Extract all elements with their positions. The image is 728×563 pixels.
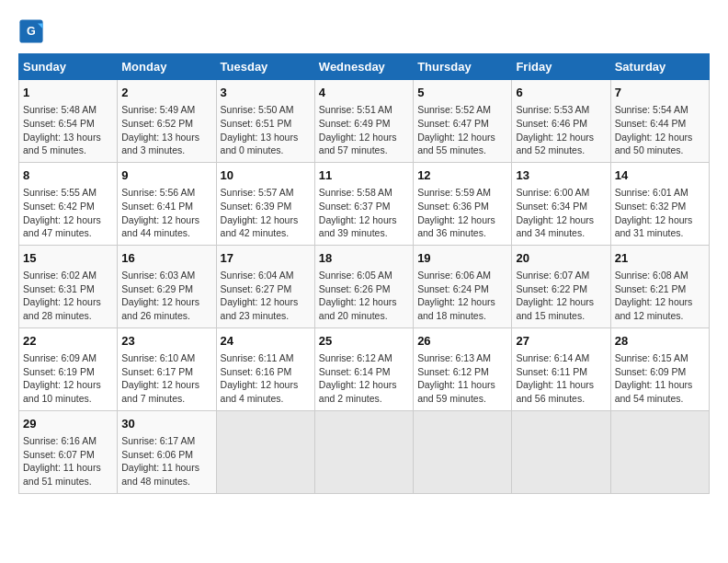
calendar-header: SundayMondayTuesdayWednesdayThursdayFrid… — [19, 54, 710, 80]
day-number: 22 — [23, 333, 113, 350]
day-number: 21 — [615, 250, 705, 267]
logo-icon: G — [18, 18, 44, 44]
week-row-2: 8 Sunrise: 5:55 AM Sunset: 6:42 PM Dayli… — [19, 162, 710, 245]
logo: G — [18, 18, 48, 44]
header-cell-saturday: Saturday — [610, 54, 709, 80]
day-cell: 25 Sunrise: 6:12 AM Sunset: 6:14 PM Dayl… — [314, 327, 413, 410]
day-cell: 21 Sunrise: 6:08 AM Sunset: 6:21 PM Dayl… — [610, 245, 709, 327]
day-content: Sunrise: 6:03 AM Sunset: 6:29 PM Dayligh… — [121, 269, 211, 323]
day-content: Sunrise: 6:05 AM Sunset: 6:26 PM Dayligh… — [319, 269, 409, 323]
day-number: 14 — [615, 167, 705, 184]
day-cell: 14 Sunrise: 6:01 AM Sunset: 6:32 PM Dayl… — [610, 162, 709, 245]
day-cell: 13 Sunrise: 6:00 AM Sunset: 6:34 PM Dayl… — [512, 162, 610, 245]
day-cell — [414, 410, 512, 493]
day-content: Sunrise: 6:15 AM Sunset: 6:09 PM Dayligh… — [615, 351, 705, 406]
day-number: 23 — [121, 333, 211, 350]
day-number: 24 — [221, 333, 311, 350]
day-number: 12 — [417, 167, 507, 184]
day-content: Sunrise: 6:17 AM Sunset: 6:06 PM Dayligh… — [121, 434, 211, 488]
week-row-5: 29 Sunrise: 6:16 AM Sunset: 6:07 PM Dayl… — [19, 410, 710, 493]
day-number: 8 — [23, 167, 113, 184]
day-cell: 2 Sunrise: 5:49 AM Sunset: 6:52 PM Dayli… — [118, 80, 216, 163]
day-content: Sunrise: 6:06 AM Sunset: 6:24 PM Dayligh… — [417, 269, 507, 323]
day-cell: 9 Sunrise: 5:56 AM Sunset: 6:41 PM Dayli… — [118, 162, 216, 245]
day-cell: 11 Sunrise: 5:58 AM Sunset: 6:37 PM Dayl… — [314, 162, 413, 245]
day-cell: 17 Sunrise: 6:04 AM Sunset: 6:27 PM Dayl… — [216, 245, 314, 327]
day-content: Sunrise: 5:59 AM Sunset: 6:36 PM Dayligh… — [417, 186, 507, 240]
day-number: 10 — [221, 167, 311, 184]
day-content: Sunrise: 5:58 AM Sunset: 6:37 PM Dayligh… — [319, 186, 409, 240]
day-content: Sunrise: 6:14 AM Sunset: 6:11 PM Dayligh… — [516, 351, 606, 406]
header-row: SundayMondayTuesdayWednesdayThursdayFrid… — [19, 54, 710, 80]
day-content: Sunrise: 5:50 AM Sunset: 6:51 PM Dayligh… — [221, 103, 311, 157]
day-cell: 15 Sunrise: 6:02 AM Sunset: 6:31 PM Dayl… — [19, 245, 118, 327]
week-row-3: 15 Sunrise: 6:02 AM Sunset: 6:31 PM Dayl… — [19, 245, 710, 327]
header-cell-thursday: Thursday — [414, 54, 512, 80]
week-row-1: 1 Sunrise: 5:48 AM Sunset: 6:54 PM Dayli… — [19, 80, 710, 163]
day-number: 1 — [23, 85, 113, 101]
day-content: Sunrise: 5:53 AM Sunset: 6:46 PM Dayligh… — [516, 103, 606, 157]
page-header: G — [18, 18, 710, 44]
header-cell-sunday: Sunday — [19, 54, 118, 80]
header-cell-monday: Monday — [118, 54, 216, 80]
day-cell: 24 Sunrise: 6:11 AM Sunset: 6:16 PM Dayl… — [216, 327, 314, 410]
day-cell: 6 Sunrise: 5:53 AM Sunset: 6:46 PM Dayli… — [512, 80, 610, 163]
day-cell: 4 Sunrise: 5:51 AM Sunset: 6:49 PM Dayli… — [314, 80, 413, 163]
day-cell: 26 Sunrise: 6:13 AM Sunset: 6:12 PM Dayl… — [414, 327, 512, 410]
day-cell: 12 Sunrise: 5:59 AM Sunset: 6:36 PM Dayl… — [414, 162, 512, 245]
day-content: Sunrise: 5:51 AM Sunset: 6:49 PM Dayligh… — [319, 103, 409, 157]
day-cell: 23 Sunrise: 6:10 AM Sunset: 6:17 PM Dayl… — [118, 327, 216, 410]
day-number: 29 — [23, 416, 113, 432]
day-number: 28 — [615, 333, 705, 350]
day-cell — [512, 410, 610, 493]
day-number: 15 — [23, 250, 113, 267]
day-content: Sunrise: 6:12 AM Sunset: 6:14 PM Dayligh… — [319, 351, 409, 406]
day-number: 9 — [121, 167, 211, 184]
day-cell: 19 Sunrise: 6:06 AM Sunset: 6:24 PM Dayl… — [414, 245, 512, 327]
day-number: 17 — [221, 250, 311, 267]
day-number: 30 — [121, 416, 211, 432]
day-content: Sunrise: 6:16 AM Sunset: 6:07 PM Dayligh… — [23, 434, 113, 488]
day-number: 11 — [319, 167, 409, 184]
day-content: Sunrise: 6:00 AM Sunset: 6:34 PM Dayligh… — [516, 186, 606, 240]
day-content: Sunrise: 6:07 AM Sunset: 6:22 PM Dayligh… — [516, 269, 606, 323]
day-number: 27 — [516, 333, 606, 350]
day-number: 7 — [615, 85, 705, 101]
day-cell: 20 Sunrise: 6:07 AM Sunset: 6:22 PM Dayl… — [512, 245, 610, 327]
day-number: 2 — [121, 85, 211, 101]
day-number: 3 — [221, 85, 311, 101]
day-cell: 27 Sunrise: 6:14 AM Sunset: 6:11 PM Dayl… — [512, 327, 610, 410]
day-cell: 10 Sunrise: 5:57 AM Sunset: 6:39 PM Dayl… — [216, 162, 314, 245]
day-cell: 8 Sunrise: 5:55 AM Sunset: 6:42 PM Dayli… — [19, 162, 118, 245]
day-cell: 22 Sunrise: 6:09 AM Sunset: 6:19 PM Dayl… — [19, 327, 118, 410]
day-cell: 1 Sunrise: 5:48 AM Sunset: 6:54 PM Dayli… — [19, 80, 118, 163]
day-number: 16 — [121, 250, 211, 267]
day-cell: 3 Sunrise: 5:50 AM Sunset: 6:51 PM Dayli… — [216, 80, 314, 163]
day-cell — [314, 410, 413, 493]
day-content: Sunrise: 5:56 AM Sunset: 6:41 PM Dayligh… — [121, 186, 211, 240]
day-cell: 5 Sunrise: 5:52 AM Sunset: 6:47 PM Dayli… — [414, 80, 512, 163]
day-cell: 7 Sunrise: 5:54 AM Sunset: 6:44 PM Dayli… — [610, 80, 709, 163]
day-content: Sunrise: 6:08 AM Sunset: 6:21 PM Dayligh… — [615, 269, 705, 323]
day-number: 5 — [417, 85, 507, 101]
svg-text:G: G — [27, 25, 36, 38]
header-cell-wednesday: Wednesday — [314, 54, 413, 80]
header-cell-tuesday: Tuesday — [216, 54, 314, 80]
day-content: Sunrise: 5:54 AM Sunset: 6:44 PM Dayligh… — [615, 103, 705, 157]
day-cell — [216, 410, 314, 493]
day-number: 26 — [417, 333, 507, 350]
day-cell: 30 Sunrise: 6:17 AM Sunset: 6:06 PM Dayl… — [118, 410, 216, 493]
day-number: 20 — [516, 250, 606, 267]
day-number: 18 — [319, 250, 409, 267]
day-cell: 29 Sunrise: 6:16 AM Sunset: 6:07 PM Dayl… — [19, 410, 118, 493]
day-cell: 28 Sunrise: 6:15 AM Sunset: 6:09 PM Dayl… — [610, 327, 709, 410]
calendar-body: 1 Sunrise: 5:48 AM Sunset: 6:54 PM Dayli… — [19, 80, 710, 494]
day-content: Sunrise: 6:10 AM Sunset: 6:17 PM Dayligh… — [121, 351, 211, 406]
day-content: Sunrise: 5:57 AM Sunset: 6:39 PM Dayligh… — [221, 186, 311, 240]
day-number: 4 — [319, 85, 409, 101]
day-content: Sunrise: 6:02 AM Sunset: 6:31 PM Dayligh… — [23, 269, 113, 323]
day-content: Sunrise: 5:52 AM Sunset: 6:47 PM Dayligh… — [417, 103, 507, 157]
day-cell: 16 Sunrise: 6:03 AM Sunset: 6:29 PM Dayl… — [118, 245, 216, 327]
day-content: Sunrise: 6:04 AM Sunset: 6:27 PM Dayligh… — [221, 269, 311, 323]
calendar-table: SundayMondayTuesdayWednesdayThursdayFrid… — [18, 53, 710, 494]
